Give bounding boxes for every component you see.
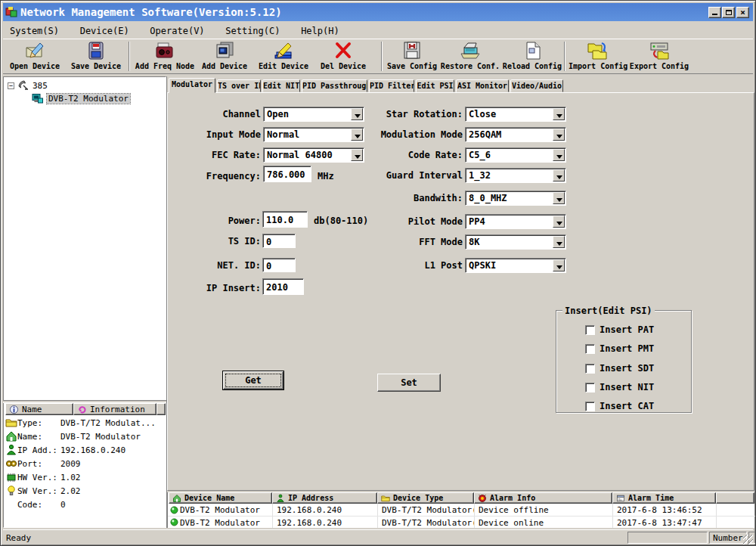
psi-group-title: Insert(Edit PSI) (562, 306, 655, 316)
export-config-button[interactable]: Export Config (629, 41, 689, 73)
code-rate-select[interactable]: C5_6 (465, 147, 566, 163)
info-row-port: Port: 2009 (4, 457, 166, 470)
col-alarm-time[interactable]: Alarm Time (612, 492, 716, 504)
tab-asi-monitor[interactable]: ASI Monitor (456, 79, 509, 92)
net-id-input[interactable] (262, 258, 296, 272)
add-device-icon (200, 41, 249, 62)
insert-nit-checkbox[interactable] (585, 383, 595, 392)
tree-node-root[interactable]: − 385 (8, 79, 48, 92)
insert-cat-checkbox[interactable] (585, 402, 595, 411)
get-button[interactable]: Get (223, 371, 284, 389)
chevron-down-icon[interactable] (553, 108, 565, 120)
chevron-down-icon[interactable] (553, 149, 565, 161)
app-window: Network Management Software(Version:5.12… (0, 0, 756, 546)
import-config-button[interactable]: Import Config (569, 41, 627, 73)
ip-icon (5, 444, 17, 456)
folder-icon (381, 494, 390, 503)
chevron-down-icon[interactable] (553, 192, 565, 204)
fec-rate-select[interactable]: Normal 64800 (263, 147, 364, 163)
edit-device-button[interactable]: Edit Device (256, 41, 311, 73)
chevron-down-icon[interactable] (553, 236, 565, 248)
power-input[interactable] (262, 211, 308, 228)
import-config-icon (569, 41, 627, 62)
modulator-node-icon (31, 92, 44, 104)
power-label: Power: (185, 216, 261, 226)
col-alarm-info[interactable]: Alarm Info (474, 492, 612, 504)
chevron-down-icon[interactable] (553, 216, 565, 228)
col-empty (716, 492, 754, 504)
tab-pid-passthrough[interactable]: PID Passthrough (302, 79, 367, 92)
insert-sdt-checkbox[interactable] (585, 364, 595, 374)
insert-pat-checkbox[interactable] (585, 325, 595, 335)
chevron-down-icon[interactable] (351, 108, 363, 120)
frequency-input[interactable] (263, 166, 311, 182)
tab-edit-nit[interactable]: Edit NIT (262, 79, 300, 92)
tab-modulator[interactable]: Modulator (169, 78, 215, 93)
guard-interval-select[interactable]: 1_32 (465, 168, 566, 183)
menu-device[interactable]: Device(E) (73, 23, 136, 39)
col-device-name[interactable]: Device Name (169, 492, 272, 504)
del-device-button[interactable]: Del Device (316, 41, 370, 73)
chip-icon (5, 471, 17, 483)
reload-config-button[interactable]: Reload Config (502, 41, 562, 73)
add-device-button[interactable]: Add Device (200, 41, 249, 73)
ip-insert-input[interactable] (262, 278, 304, 295)
info-header-information[interactable]: Information (73, 403, 156, 415)
frequency-unit-label: MHz (318, 171, 334, 181)
star-rotation-select[interactable]: Close (465, 107, 566, 122)
tab-ts-over-ip[interactable]: TS over IP (217, 79, 261, 92)
pilot-mode-select[interactable]: PP4 (465, 214, 566, 229)
tree-node-modulator[interactable]: DVB-T2 Modulator (31, 92, 130, 104)
col-ip-address[interactable]: IP Address (272, 492, 377, 504)
restore-config-button[interactable]: Restore Conf. (440, 41, 500, 73)
menu-system[interactable]: System(S) (3, 23, 66, 39)
fft-mode-select[interactable]: 8K (465, 234, 566, 250)
tab-pid-filter[interactable]: PID Filter (369, 79, 414, 92)
net-id-label: NET. ID: (185, 260, 261, 271)
statusbar: Ready Number (3, 529, 753, 544)
tree-child-label: DVB-T2 Modulator (47, 94, 130, 104)
info-row-code: Code: 0 (4, 498, 166, 511)
insert-pat-row: Insert PAT (585, 324, 654, 335)
pilot-mode-label: Pilot Mode (370, 216, 463, 227)
bandwidth-select[interactable]: 8_0_MHZ (465, 191, 566, 206)
minimize-button[interactable] (708, 7, 721, 18)
ts-id-input[interactable] (262, 234, 296, 248)
resize-grip[interactable] (743, 535, 753, 544)
chevron-down-icon[interactable] (351, 149, 363, 161)
col-device-type[interactable]: Device Type (377, 492, 474, 504)
maximize-button[interactable] (722, 7, 735, 18)
tab-video-audio[interactable]: Video/Audio (510, 79, 563, 92)
menubar: System(S) Device(E) Operate(V) Setting(C… (3, 23, 753, 38)
l1-post-select[interactable]: QPSKI (465, 258, 566, 273)
bandwidth-label: Bandwith: (370, 193, 463, 203)
information-icon (77, 405, 87, 414)
save-config-button[interactable]: Save Config (386, 41, 438, 73)
insert-nit-row: Insert NIT (585, 382, 654, 392)
chevron-down-icon[interactable] (553, 129, 565, 141)
set-button[interactable]: Set (377, 374, 441, 392)
add-freq-node-button[interactable]: Add Freq Node (133, 41, 197, 73)
fft-mode-label: FFT Mode (370, 237, 463, 247)
menu-operate[interactable]: Operate(V) (143, 23, 211, 39)
modulation-mode-select[interactable]: 256QAM (465, 127, 566, 142)
menu-setting[interactable]: Setting(C) (218, 23, 287, 39)
info-header-name[interactable]: Name (5, 403, 73, 415)
chevron-down-icon[interactable] (553, 169, 565, 181)
tab-edit-psi[interactable]: Edit PSI (416, 79, 454, 92)
channel-select[interactable]: Open (263, 107, 364, 122)
input-mode-select[interactable]: Normal (263, 127, 364, 142)
insert-edit-psi-group: Insert(Edit PSI) Insert PAT Insert PMT I… (556, 310, 692, 413)
chevron-down-icon[interactable] (553, 259, 565, 271)
name-icon (5, 430, 17, 442)
menu-help[interactable]: Help(H) (294, 23, 346, 39)
device-icon (172, 494, 181, 503)
save-device-button[interactable]: Save Device (68, 41, 124, 73)
app-icon (5, 6, 17, 18)
edit-device-icon (256, 41, 311, 62)
insert-pmt-checkbox[interactable] (585, 344, 595, 354)
open-device-button[interactable]: Open Device (8, 41, 62, 73)
close-button[interactable]: × (736, 7, 749, 18)
tree-expander-icon[interactable]: − (8, 82, 14, 89)
chevron-down-icon[interactable] (351, 129, 363, 141)
